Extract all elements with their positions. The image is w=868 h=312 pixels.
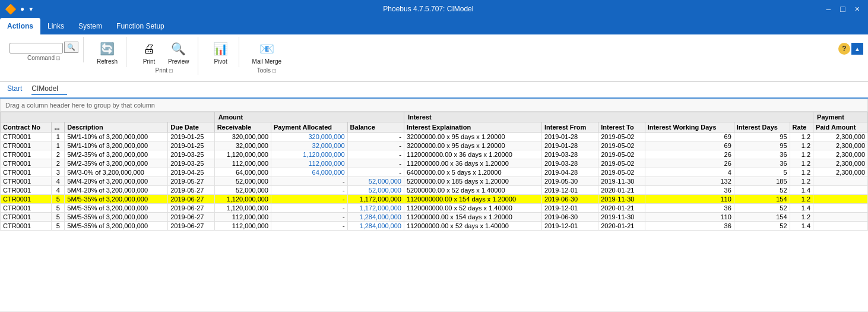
tab-function-setup[interactable]: Function Setup <box>109 18 172 34</box>
col-group-row: Amount Interest Payment <box>1 112 868 122</box>
table-cell: CTR0001 <box>1 133 52 141</box>
breadcrumb-start[interactable]: Start <box>7 84 22 95</box>
table-cell: CTR0001 <box>1 159 52 168</box>
mail-merge-label: Mail Merge <box>252 58 281 65</box>
breadcrumb-underline <box>31 94 67 95</box>
th-int-from[interactable]: Interest From <box>541 122 598 133</box>
table-cell: 2 <box>52 159 65 168</box>
col-group-interest: Interest <box>404 112 813 122</box>
table-row[interactable]: CTR000155M/5-35% of 3,200,000,0002019-06… <box>1 222 868 231</box>
table-cell: 2019-12-01 <box>541 186 598 195</box>
preview-button[interactable]: 🔍 Preview <box>164 38 193 66</box>
quick-access: ▼ <box>28 6 34 12</box>
table-cell: 52,000,000 <box>214 186 271 195</box>
table-cell: 2,300,000 <box>813 133 868 141</box>
th-int-expl[interactable]: Interest Explaination <box>404 122 541 133</box>
table-cell: 1,120,000,000 <box>214 195 271 204</box>
table-cell: 1,284,000,000 <box>347 222 404 231</box>
th-rate[interactable]: Rate <box>790 122 813 133</box>
window-controls: – □ × <box>823 4 863 14</box>
pivot-items: 📊 Pivot <box>208 38 234 66</box>
table-row[interactable]: CTR000155M/5-35% of 3,200,000,0002019-06… <box>1 213 868 222</box>
table-cell: - <box>347 141 404 150</box>
table-cell: 2019-04-25 <box>168 168 214 177</box>
table-cell: 4 <box>52 186 65 195</box>
table-cell: CTR0001 <box>1 141 52 150</box>
table-row[interactable]: CTR000145M/4-20% of 3,200,000,0002019-05… <box>1 177 868 186</box>
table-cell: 1.2 <box>790 195 813 204</box>
table-row[interactable]: CTR000145M/4-20% of 3,200,000,0002019-05… <box>1 186 868 195</box>
ribbon: Actions Links System Function Setup 🔍 Co… <box>0 18 868 82</box>
table-cell: 1,120,000,000 <box>271 150 348 159</box>
th-paid-amt[interactable]: Paid Amount <box>813 122 868 133</box>
table-row[interactable]: CTR000135M/3-0% of 3,200,000,0002019-04-… <box>1 168 868 177</box>
refresh-button[interactable]: 🔄 Refresh <box>93 38 121 66</box>
print-collapse-icon[interactable]: ⊡ <box>169 68 173 74</box>
search-button[interactable]: 🔍 <box>64 42 78 53</box>
table-cell: 112,000,000 <box>271 159 348 168</box>
ribbon-group-command: 🔍 Command ⊡ <box>5 37 84 62</box>
table-cell: 36 <box>645 204 734 213</box>
table-cell: CTR0001 <box>1 177 52 186</box>
tools-collapse-icon[interactable]: ⊡ <box>272 68 277 74</box>
tab-links[interactable]: Links <box>40 18 71 34</box>
refresh-items: 🔄 Refresh <box>93 38 121 66</box>
table-cell: 2019-03-28 <box>541 159 598 168</box>
th-receivable[interactable]: Receivable <box>214 122 271 133</box>
table-cell: CTR0001 <box>1 213 52 222</box>
th-int-to[interactable]: Interest To <box>598 122 645 133</box>
table-cell: 2019-06-30 <box>541 195 598 204</box>
mail-merge-button[interactable]: 📧 Mail Merge <box>249 38 285 66</box>
help-button[interactable]: ? <box>838 43 850 55</box>
table-cell: 110 <box>645 195 734 204</box>
print-button[interactable]: 🖨 Print <box>136 38 162 66</box>
table-cell: - <box>347 159 404 168</box>
th-int-work-days[interactable]: Interest Working Days <box>645 122 734 133</box>
ribbon-group-pivot: 📊 Pivot <box>203 37 239 67</box>
th-seq[interactable]: ... <box>52 122 65 133</box>
maximize-btn[interactable]: □ <box>837 4 848 14</box>
table-cell: 2019-03-25 <box>168 159 214 168</box>
tools-group-label: Tools ⊡ <box>257 67 277 74</box>
table-cell: 52,000,000 <box>214 177 271 186</box>
table-cell: 95 <box>734 141 790 150</box>
table-cell: 1.2 <box>790 133 813 141</box>
table-cell: - <box>271 186 348 195</box>
th-contract-no[interactable]: Contract No <box>1 122 52 133</box>
breadcrumb-cimodel[interactable]: CIModel <box>31 84 67 93</box>
th-balance[interactable]: Balance <box>347 122 404 133</box>
table-row[interactable]: CTR000125M/2-35% of 3,200,000,0002019-03… <box>1 159 868 168</box>
col-group-payment: Payment <box>813 112 868 122</box>
minimize-btn[interactable]: – <box>823 4 835 14</box>
close-btn[interactable]: × <box>851 4 863 14</box>
table-cell: 52 <box>734 186 790 195</box>
table-cell: 64,000,000 <box>271 168 348 177</box>
search-input[interactable] <box>9 43 63 53</box>
data-table-container[interactable]: Amount Interest Payment Contract No ... … <box>0 112 868 311</box>
table-row[interactable]: CTR000155M/5-35% of 3,200,000,0002019-06… <box>1 195 868 204</box>
table-cell: 1 <box>52 141 65 150</box>
table-cell: 32000000.00 x 95 days x 1.20000 <box>404 133 541 141</box>
pivot-button[interactable]: 📊 Pivot <box>208 38 234 66</box>
ribbon-collapse-button[interactable]: ▲ <box>851 43 863 55</box>
th-due-date[interactable]: Due Date <box>168 122 214 133</box>
table-cell: CTR0001 <box>1 204 52 213</box>
table-cell: - <box>271 204 348 213</box>
command-collapse-icon[interactable]: ⊡ <box>56 55 61 61</box>
table-cell <box>813 186 868 195</box>
table-row[interactable]: CTR000125M/2-35% of 3,200,000,0002019-03… <box>1 150 868 159</box>
tab-system[interactable]: System <box>71 18 109 34</box>
table-cell: 112,000,000 <box>214 213 271 222</box>
table-cell: 2019-06-27 <box>168 222 214 231</box>
table-row[interactable]: CTR000115M/1-10% of 3,200,000,0002019-01… <box>1 133 868 141</box>
table-row[interactable]: CTR000115M/1-10% of 3,200,000,0002019-01… <box>1 141 868 150</box>
table-cell: 32,000,000 <box>214 141 271 150</box>
th-description[interactable]: Description <box>65 122 168 133</box>
table-cell: 1 <box>52 133 65 141</box>
print-items: 🖨 Print 🔍 Preview <box>136 38 193 66</box>
th-int-days[interactable]: Interest Days <box>734 122 790 133</box>
th-payment-allocated[interactable]: Payment Allocated <box>271 122 348 133</box>
table-cell: 1.2 <box>790 177 813 186</box>
tab-actions[interactable]: Actions <box>0 18 40 34</box>
table-row[interactable]: CTR000155M/5-35% of 3,200,000,0002019-06… <box>1 204 868 213</box>
